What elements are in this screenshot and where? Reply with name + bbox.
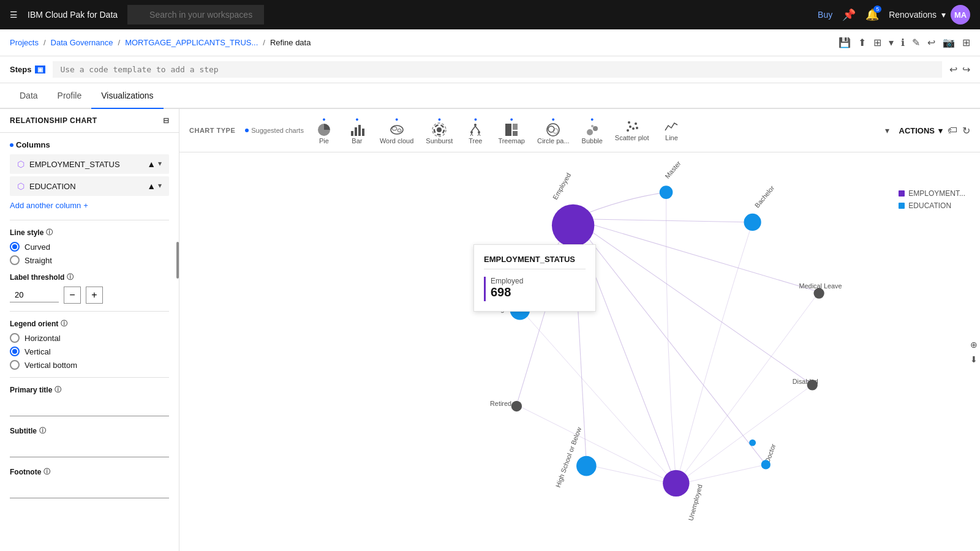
chart-type-sunburst[interactable]: ● Sunburst xyxy=(421,114,458,147)
node-employed[interactable] xyxy=(552,204,594,247)
svg-point-14 xyxy=(478,131,480,133)
user-section[interactable]: Renovations ▾ MA xyxy=(889,5,970,24)
notification-icon[interactable]: 🔔 5 xyxy=(865,8,879,21)
node-bachelor[interactable] xyxy=(744,214,761,231)
refresh-icon[interactable]: ↻ xyxy=(962,125,970,137)
column-up-icon-2[interactable]: ▲ xyxy=(147,181,156,191)
column-up-icon[interactable]: ▲ xyxy=(147,159,156,169)
export-icon[interactable]: ⬆ xyxy=(858,37,866,48)
tab-visualizations[interactable]: Visualizations xyxy=(91,83,163,109)
node-medical-leave[interactable] xyxy=(813,288,824,298)
legend-dot-education xyxy=(899,203,905,209)
chart-type-line[interactable]: Line xyxy=(656,117,687,144)
tooltip-bar xyxy=(484,277,486,301)
buy-link[interactable]: Buy xyxy=(818,10,832,20)
chart-type-bar[interactable]: ● Bar xyxy=(342,114,372,147)
node-high-school[interactable] xyxy=(576,456,597,476)
svg-line-16 xyxy=(472,133,473,136)
steps-text: Steps xyxy=(10,65,31,74)
circle-pack-icon xyxy=(546,122,560,137)
label-threshold-info-icon[interactable]: ⓘ xyxy=(67,272,74,282)
straight-label: Straight xyxy=(24,256,52,265)
breadcrumb-governance[interactable]: Data Governance xyxy=(51,38,113,47)
edit-icon[interactable]: ✎ xyxy=(912,37,920,48)
chart-types-expand-icon[interactable]: ▾ xyxy=(885,126,889,135)
column-expand-icon-2[interactable]: ▾ xyxy=(158,181,162,191)
chart-type-bubble[interactable]: ● Bubble xyxy=(577,114,608,147)
undo-icon[interactable]: ↩ xyxy=(927,37,935,48)
node-disabled[interactable] xyxy=(807,380,818,390)
legend-label-education: EDUCATION xyxy=(908,201,951,210)
scrollbar-thumb[interactable] xyxy=(176,242,179,279)
column-expand-icon[interactable]: ▾ xyxy=(158,159,162,169)
vertical-radio-button[interactable] xyxy=(10,347,20,356)
radio-straight[interactable]: Straight xyxy=(10,255,169,265)
chart-type-pie[interactable]: ● Pie xyxy=(309,114,339,147)
suggested-label: Suggested charts xyxy=(251,127,304,134)
label-threshold-input[interactable] xyxy=(10,288,59,302)
primary-title-input[interactable] xyxy=(10,399,169,416)
steps-code-input[interactable] xyxy=(53,61,942,78)
column-item-education[interactable]: ⬡ EDUCATION ▲ ▾ xyxy=(10,176,169,196)
pin-icon[interactable]: 📌 xyxy=(842,8,856,21)
node-doctor[interactable] xyxy=(761,460,771,469)
chart-type-tree[interactable]: ● Tree xyxy=(460,114,491,147)
svg-rect-0 xyxy=(351,131,353,136)
line-style-info-icon[interactable]: ⓘ xyxy=(46,228,53,237)
chart-type-word-cloud[interactable]: ● Word cloud xyxy=(375,114,418,147)
circle-pack-label: Circle pa... xyxy=(537,137,570,144)
primary-title-info-icon[interactable]: ⓘ xyxy=(55,385,61,394)
node-master[interactable] xyxy=(660,186,673,199)
node-extra[interactable] xyxy=(749,440,756,446)
breadcrumb-mortgage[interactable]: MORTGAGE_APPLICANTS_TRUS... xyxy=(125,38,258,47)
footnote-info-icon[interactable]: ⓘ xyxy=(43,467,50,476)
tab-data[interactable]: Data xyxy=(10,83,48,109)
download-icon[interactable]: ⬇ xyxy=(970,354,978,364)
collapse-icon[interactable]: ⊟ xyxy=(163,116,170,125)
suggested-charts: Suggested charts xyxy=(245,127,304,134)
bar-icon xyxy=(350,122,364,137)
radio-vertical-bottom[interactable]: Vertical bottom xyxy=(10,360,169,370)
chart-type-treemap[interactable]: ● Treemap xyxy=(493,114,530,147)
node-unemployed[interactable] xyxy=(663,470,689,497)
info-icon[interactable]: ℹ xyxy=(901,37,905,48)
tab-profile[interactable]: Profile xyxy=(48,83,92,109)
radio-vertical[interactable]: Vertical xyxy=(10,347,169,356)
legend-orient-label: Legend orient ⓘ xyxy=(10,319,169,328)
save-icon[interactable]: 💾 xyxy=(839,37,851,48)
breadcrumb-sep-3: / xyxy=(263,38,265,47)
subtitle-info-icon[interactable]: ⓘ xyxy=(39,426,46,435)
horizontal-radio-button[interactable] xyxy=(10,333,20,343)
curved-radio-button[interactable] xyxy=(10,242,20,252)
legend-orient-info-icon[interactable]: ⓘ xyxy=(61,319,67,328)
chevron-icon[interactable]: ▾ xyxy=(889,37,894,48)
tree-label: Tree xyxy=(469,137,482,144)
footnote-input[interactable] xyxy=(10,481,169,498)
panel-title: RELATIONSHIP CHART xyxy=(10,116,97,125)
decrement-button[interactable]: − xyxy=(64,287,81,304)
svg-rect-20 xyxy=(513,124,518,130)
add-column-button[interactable]: Add another column + xyxy=(10,201,169,210)
subtitle-input[interactable] xyxy=(10,440,169,457)
camera-icon[interactable]: 📷 xyxy=(943,37,955,48)
table-icon[interactable]: ⊞ xyxy=(873,37,881,48)
breadcrumb-projects[interactable]: Projects xyxy=(10,38,39,47)
hamburger-icon[interactable]: ☰ xyxy=(10,10,18,20)
grid-icon[interactable]: ⊞ xyxy=(962,37,970,48)
radio-curved[interactable]: Curved xyxy=(10,242,169,252)
radio-horizontal[interactable]: Horizontal xyxy=(10,333,169,343)
column-item-employment[interactable]: ⬡ EMPLOYMENT_STATUS ▲ ▾ xyxy=(10,154,169,174)
straight-radio-button[interactable] xyxy=(10,255,20,265)
increment-button[interactable]: + xyxy=(86,287,103,304)
actions-button[interactable]: ACTIONS ▾ xyxy=(899,126,943,135)
chart-type-scatter[interactable]: Scatter plot xyxy=(610,117,654,144)
undo-step-icon[interactable]: ↩ xyxy=(949,64,957,75)
node-retired[interactable] xyxy=(511,401,522,411)
tag-icon[interactable]: 🏷 xyxy=(948,125,957,136)
redo-step-icon[interactable]: ↪ xyxy=(962,64,970,75)
search-input[interactable] xyxy=(127,5,264,24)
vertical-bottom-radio-button[interactable] xyxy=(10,360,20,370)
breadcrumb-sep-1: / xyxy=(43,38,46,47)
zoom-icon[interactable]: ⊕ xyxy=(970,340,978,350)
chart-type-circle-pack[interactable]: ● Circle pa... xyxy=(532,114,575,147)
